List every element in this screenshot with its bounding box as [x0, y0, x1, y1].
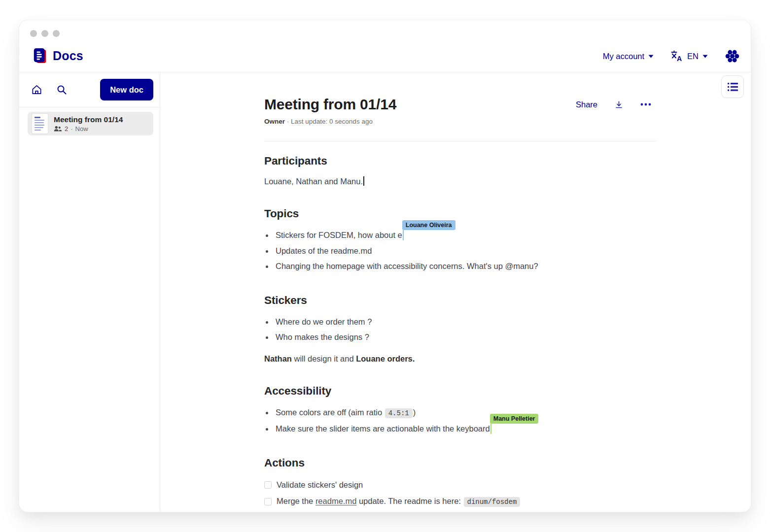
collab-cursor-manu: Manu Pelletier	[490, 424, 492, 434]
section-heading-topics: Topics	[264, 207, 656, 220]
ellipsis-icon	[640, 103, 651, 106]
home-button[interactable]	[31, 84, 42, 95]
doc-item-time: Now	[75, 125, 88, 133]
owner-badge: Owner	[264, 118, 285, 125]
doc-list-item[interactable]: Meeting from 01/14 2·Now	[28, 112, 153, 135]
download-icon	[614, 100, 624, 109]
app-logo: Docs	[32, 47, 83, 64]
todo-text: Merge the readme.md update. The readme i…	[277, 493, 521, 510]
document-title[interactable]: Meeting from 01/14	[264, 96, 396, 113]
home-icon	[31, 84, 42, 95]
sidebar: New doc Meeting from 01/14	[19, 72, 160, 512]
window-dot	[41, 30, 48, 37]
doc-item-title: Meeting from 01/14	[54, 115, 123, 124]
my-account-label: My account	[603, 52, 644, 61]
document: Meeting from 01/14 Share	[160, 96, 656, 512]
participants-text: Louane, Nathan and Manu.	[264, 175, 656, 188]
header-divider	[264, 141, 656, 141]
section-heading-actions: Actions	[264, 457, 656, 469]
stickers-note: Nathan will design it and Louane orders.	[264, 352, 656, 365]
my-account-button[interactable]: My account	[603, 52, 654, 61]
table-of-contents-button[interactable]	[721, 75, 744, 98]
svg-text:A: A	[677, 55, 682, 63]
list-item: Updates of the readme.md	[274, 243, 656, 259]
topics-list: Stickers for FOSDEM, how about eLouane O…	[264, 228, 656, 274]
code-span: dinum/fosdem	[464, 497, 521, 507]
window-controls	[30, 30, 60, 37]
share-button[interactable]: Share	[576, 100, 597, 109]
app-header: Docs My account	[19, 20, 751, 72]
chevron-down-icon	[648, 55, 654, 58]
header-actions: My account A	[603, 47, 740, 65]
collab-cursor-label: Louane Oliveira	[402, 220, 455, 230]
apps-waffle-button[interactable]	[725, 50, 740, 63]
people-icon	[54, 126, 62, 132]
section-heading-stickers: Stickers	[264, 294, 656, 307]
meta-separator: ·	[70, 125, 72, 133]
todo-item: Merge the readme.md update. The readme i…	[264, 493, 656, 510]
search-icon	[56, 84, 67, 95]
todo-item: Send to print	[264, 510, 656, 512]
more-options-button[interactable]	[640, 103, 651, 106]
code-span: 4.5:1	[385, 408, 413, 418]
apps-waffle-icon	[725, 50, 740, 63]
section-heading-accessibility: Accessibility	[264, 385, 656, 398]
app-window: Docs My account	[19, 20, 751, 512]
table-of-contents-icon	[728, 82, 738, 92]
chevron-down-icon	[702, 55, 708, 58]
doc-item-info: Meeting from 01/14 2·Now	[54, 115, 123, 133]
language-selector[interactable]: A EN	[670, 50, 708, 63]
document-meta: Owner · Last update: 0 seconds ago	[264, 118, 656, 125]
window-dot	[53, 30, 60, 37]
text-caret	[363, 176, 364, 186]
search-button[interactable]	[56, 84, 67, 95]
translate-icon: A	[670, 50, 683, 63]
section-heading-participants: Participants	[264, 155, 656, 167]
list-item: Changing the homepage with accessibility…	[274, 259, 656, 274]
sidebar-toolbar: New doc	[19, 72, 160, 107]
main-panel: Meeting from 01/14 Share	[160, 72, 751, 512]
doc-item-meta: 2·Now	[54, 125, 123, 133]
checkbox[interactable]	[264, 498, 272, 505]
list-item: Some colors are off (aim ratio 4.5:1)	[274, 405, 656, 422]
window-dot	[30, 30, 37, 37]
list-item: Who makes the designs ?	[274, 330, 656, 345]
todo-item: Validate stickers' design	[264, 477, 656, 493]
doc-thumbnail-icon	[32, 114, 48, 133]
list-item: Where do we order them ?	[274, 314, 656, 330]
collab-cursor-label: Manu Pelletier	[490, 414, 539, 424]
list-item: Make sure the slider items are actionabl…	[274, 421, 656, 437]
docs-logo-icon	[32, 47, 48, 64]
stickers-list: Where do we order them ? Who makes the d…	[264, 314, 656, 345]
checkbox[interactable]	[264, 481, 272, 489]
list-item: Stickers for FOSDEM, how about eLouane O…	[274, 228, 656, 243]
document-actions: Share	[576, 100, 656, 109]
accessibility-list: Some colors are off (aim ratio 4.5:1) Ma…	[264, 405, 656, 437]
doc-list: Meeting from 01/14 2·Now	[19, 107, 160, 135]
app-title: Docs	[53, 49, 83, 63]
download-button[interactable]	[614, 100, 624, 109]
language-label: EN	[687, 52, 699, 61]
readme-link[interactable]: readme.md	[315, 497, 356, 505]
new-doc-button[interactable]: New doc	[100, 79, 153, 100]
doc-collaborator-count: 2	[65, 125, 68, 133]
last-update-text: · Last update: 0 seconds ago	[287, 118, 373, 125]
editor-content[interactable]: Participants Louane, Nathan and Manu. To…	[264, 155, 656, 512]
collab-cursor-louane: Louane Oliveira	[403, 230, 404, 240]
